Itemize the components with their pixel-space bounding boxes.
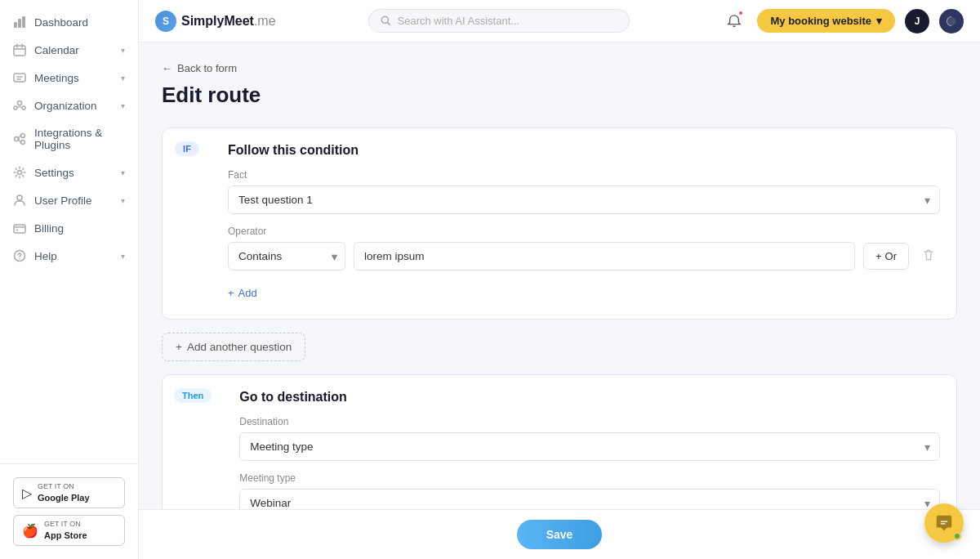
google-play-badge[interactable]: ▷ GET IT ON Google Play (13, 477, 125, 508)
svg-point-12 (17, 195, 22, 200)
org-icon (13, 99, 26, 112)
chat-status-dot (953, 532, 961, 540)
save-button[interactable]: Save (517, 520, 603, 549)
chart-icon (13, 16, 26, 29)
sidebar-item-meetings-label: Meetings (34, 72, 79, 84)
search-bar[interactable]: Search with AI Assistant... (368, 9, 630, 33)
condition-card-body: Follow this condition Fact Test question… (212, 128, 956, 319)
svg-rect-13 (14, 225, 25, 233)
or-btn-label: Or (885, 250, 897, 262)
google-play-icon: ▷ (22, 485, 32, 501)
condition-title: Follow this condition (228, 143, 940, 158)
booking-btn-chevron: ▾ (876, 15, 882, 27)
chat-widget[interactable] (924, 503, 964, 543)
back-link-text: Back to form (177, 62, 237, 74)
bottom-bar: Save (139, 509, 980, 559)
booking-website-button[interactable]: My booking website ▾ (757, 9, 895, 33)
sidebar-item-help[interactable]: Help ▾ (0, 242, 138, 270)
sidebar-item-billing[interactable]: Billing (0, 214, 138, 242)
chevron-down-icon: ▾ (121, 196, 125, 205)
notification-dot (737, 10, 744, 16)
add-another-label: Add another question (187, 341, 292, 353)
trash-icon (922, 248, 935, 262)
sidebar-item-organization[interactable]: Organization ▾ (0, 92, 138, 119)
sidebar-item-calendar[interactable]: Calendar ▾ (0, 36, 138, 64)
user-icon (13, 194, 26, 207)
sidebar-item-integrations[interactable]: Integrations & Plugins (0, 119, 138, 159)
operator-label: Operator (228, 226, 940, 237)
chevron-down-icon: ▾ (121, 74, 125, 83)
chat-icon (935, 514, 953, 532)
operator-select[interactable]: Contains Equals Does not contain Is empt… (228, 242, 345, 271)
back-link[interactable]: ← Back to form (162, 62, 957, 74)
fact-select[interactable]: Test question 1 (228, 186, 940, 214)
logo-text: SimplyMeet.me (181, 14, 276, 29)
svg-point-11 (18, 171, 22, 175)
operator-row: Contains Equals Does not contain Is empt… (228, 242, 940, 271)
sidebar-item-settings-label: Settings (34, 167, 74, 179)
svg-point-10 (21, 141, 25, 145)
svg-rect-0 (14, 22, 17, 28)
sidebar-item-user-profile[interactable]: User Profile ▾ (0, 186, 138, 214)
arrow-left-icon: ← (162, 62, 172, 74)
fact-label: Fact (228, 169, 940, 181)
add-button[interactable]: + Add (228, 282, 257, 304)
condition-card: IF Follow this condition Fact Test quest… (162, 127, 957, 320)
theme-toggle-button[interactable] (939, 9, 964, 34)
value-input[interactable] (354, 242, 855, 271)
app-store-badge[interactable]: 🍎 GET IT ON App Store (13, 515, 125, 546)
page-title: Edit route (162, 83, 957, 108)
apple-icon: 🍎 (22, 523, 38, 539)
sidebar-item-organization-label: Organization (34, 100, 97, 112)
svg-rect-1 (18, 19, 21, 28)
integrations-icon (13, 132, 26, 145)
if-label-area: IF (163, 128, 212, 319)
meetings-icon (13, 71, 26, 84)
google-play-store: Google Play (38, 492, 90, 503)
destination-select[interactable]: Meeting typeCustom URLCancel (239, 432, 940, 461)
sidebar-nav: Dashboard Calendar ▾ Meetings ▾ (0, 0, 138, 463)
plus-icon: + (875, 250, 882, 262)
chevron-down-icon: ▾ (121, 252, 125, 261)
svg-point-14 (16, 230, 18, 231)
app-store-label: GET IT ON (44, 520, 81, 528)
sidebar-item-meetings[interactable]: Meetings ▾ (0, 64, 138, 92)
sidebar-item-dashboard[interactable]: Dashboard (0, 8, 138, 36)
svg-point-6 (14, 106, 17, 110)
app-container: Dashboard Calendar ▾ Meetings ▾ (0, 0, 980, 559)
search-placeholder: Search with AI Assistant... (398, 15, 520, 27)
operator-field-group: Operator Contains Equals Does not contai… (228, 226, 940, 271)
add-another-question-button[interactable]: + Add another question (162, 333, 305, 361)
settings-icon (13, 166, 26, 179)
notifications-button[interactable] (721, 8, 747, 34)
destination-label: Destination (239, 416, 940, 427)
svg-point-8 (15, 137, 19, 141)
or-button[interactable]: + Or (863, 243, 909, 270)
svg-point-7 (22, 106, 25, 110)
destination-title: Go to destination (239, 390, 940, 405)
header-left: S SimplyMeet.me (155, 11, 276, 32)
chevron-down-icon: ▾ (121, 101, 125, 110)
sidebar-footer: ▷ GET IT ON Google Play 🍎 GET IT ON App … (0, 463, 138, 559)
delete-condition-button[interactable] (917, 244, 940, 270)
svg-point-9 (21, 134, 25, 138)
app-store-store: App Store (44, 530, 87, 541)
chevron-down-icon: ▾ (121, 46, 125, 55)
sidebar-item-integrations-label: Integrations & Plugins (34, 127, 125, 151)
sidebar: Dashboard Calendar ▾ Meetings ▾ (0, 0, 139, 559)
svg-point-16 (19, 258, 20, 260)
header-right: My booking website ▾ J (721, 8, 964, 34)
add-btn-label: Add (238, 287, 257, 299)
condition-card-inner: IF Follow this condition Fact Test quest… (163, 128, 956, 319)
destination-field-group: Destination Meeting typeCustom URLCancel (239, 416, 940, 461)
svg-rect-3 (14, 46, 25, 56)
calendar-icon (13, 43, 26, 56)
sidebar-item-dashboard-label: Dashboard (34, 16, 88, 29)
search-icon (381, 16, 391, 26)
sidebar-item-user-profile-label: User Profile (34, 195, 92, 207)
then-badge: Then (174, 388, 212, 403)
sidebar-item-settings[interactable]: Settings ▾ (0, 159, 138, 186)
booking-btn-label: My booking website (770, 15, 871, 27)
svg-point-5 (18, 101, 22, 105)
moon-icon (946, 16, 957, 27)
